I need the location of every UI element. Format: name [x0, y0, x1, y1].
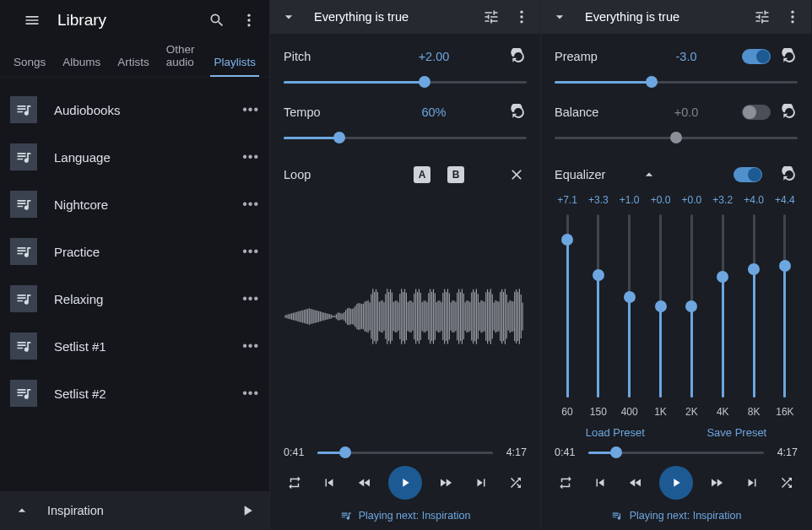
eq-band[interactable] [648, 214, 674, 398]
equalizer-toggle[interactable] [734, 167, 762, 182]
repeat-icon[interactable] [555, 472, 577, 494]
fast-forward-icon[interactable] [706, 472, 728, 494]
playlist-item[interactable]: Audiobooks ••• [0, 86, 269, 133]
playlist-icon [10, 143, 37, 170]
progress-slider[interactable] [317, 446, 493, 459]
rewind-icon[interactable] [625, 472, 647, 494]
pitch-slider[interactable] [284, 69, 527, 95]
preamp-label: Preamp [555, 50, 631, 63]
progress-slider[interactable] [588, 446, 764, 459]
reset-icon[interactable] [779, 102, 798, 122]
skip-previous-icon[interactable] [589, 472, 611, 494]
close-icon[interactable] [506, 165, 527, 185]
eq-gain: +7.1 [555, 194, 580, 206]
balance-control: Balance +0.0 [555, 100, 798, 125]
loop-b-button[interactable]: B [447, 166, 464, 183]
balance-slider[interactable] [555, 125, 798, 150]
shuffle-icon[interactable] [505, 472, 527, 494]
chevron-up-icon[interactable] [639, 165, 659, 185]
preamp-toggle[interactable] [742, 49, 771, 64]
balance-value[interactable]: +0.0 [631, 105, 742, 119]
playlist-item[interactable]: Setlist #2 ••• [0, 370, 269, 417]
playlist-icon [10, 238, 37, 265]
eq-band[interactable] [586, 214, 611, 398]
reset-icon[interactable] [779, 165, 798, 185]
eq-band[interactable] [679, 214, 704, 398]
tune-icon[interactable] [752, 7, 772, 27]
tempo-value[interactable]: 60% [360, 105, 508, 119]
menu-icon[interactable] [22, 10, 42, 30]
time-current: 0:41 [555, 446, 580, 458]
more-horiz-icon[interactable]: ••• [242, 291, 259, 306]
reset-icon[interactable] [508, 46, 527, 67]
skip-next-icon[interactable] [741, 472, 763, 494]
eq-band[interactable] [741, 214, 766, 398]
eq-band[interactable] [555, 214, 580, 398]
playlist-item[interactable]: Relaxing ••• [0, 275, 269, 322]
playlist-item[interactable]: Nightcore ••• [0, 181, 269, 228]
skip-previous-icon[interactable] [318, 472, 340, 494]
sidebar: Library Songs Albums Artists Other audio… [0, 0, 269, 530]
eq-band[interactable] [710, 214, 735, 398]
library-title: Library [57, 11, 195, 30]
svg-point-2 [247, 24, 250, 26]
preamp-value[interactable]: -3.0 [631, 50, 742, 63]
reset-icon[interactable] [779, 46, 798, 67]
eq-band[interactable] [772, 214, 798, 398]
tune-icon[interactable] [481, 7, 501, 27]
pitch-value[interactable]: +2.00 [360, 50, 508, 63]
tab-playlists[interactable]: Playlists [205, 56, 264, 77]
more-vert-icon[interactable] [512, 7, 532, 27]
play-icon[interactable] [237, 500, 257, 521]
more-horiz-icon[interactable]: ••• [242, 149, 259, 165]
more-vert-icon[interactable] [782, 7, 803, 27]
load-preset-button[interactable]: Load Preset [586, 426, 645, 439]
search-icon[interactable] [207, 10, 227, 30]
pitch-control: Pitch +2.00 [284, 44, 527, 69]
more-horiz-icon[interactable]: ••• [242, 244, 259, 259]
waveform[interactable] [284, 191, 527, 442]
more-horiz-icon[interactable]: ••• [242, 338, 259, 354]
more-horiz-icon[interactable]: ••• [242, 102, 259, 117]
eq-freq: 4K [710, 406, 735, 418]
playlist-item[interactable]: Setlist #1 ••• [0, 322, 269, 370]
play-button[interactable] [388, 466, 422, 500]
shuffle-icon[interactable] [776, 472, 798, 494]
playing-next[interactable]: Playing next: Inspiration [270, 505, 540, 530]
playlist-icon [10, 96, 37, 123]
skip-next-icon[interactable] [470, 472, 492, 494]
play-button[interactable] [659, 466, 693, 500]
more-horiz-icon[interactable]: ••• [242, 197, 259, 212]
tempo-slider[interactable] [284, 125, 527, 150]
eq-gain-values: +7.1 +3.3 +1.0 +0.0 +0.0 +3.2 +4.0 +4.4 [555, 194, 798, 206]
eq-freq-labels: 60 150 400 1K 2K 4K 8K 16K [555, 406, 798, 418]
tab-artists[interactable]: Artists [109, 56, 158, 77]
balance-toggle[interactable] [742, 105, 771, 120]
chevron-down-icon[interactable] [279, 7, 299, 27]
loop-control: Loop A B [284, 159, 527, 191]
tab-songs[interactable]: Songs [5, 56, 54, 77]
panel-header: Everything is true [270, 0, 540, 34]
tempo-control: Tempo 60% [284, 100, 527, 125]
rewind-icon[interactable] [354, 472, 376, 494]
more-vert-icon[interactable] [239, 10, 259, 30]
now-playing-bar[interactable]: Inspiration [0, 491, 269, 530]
eq-band[interactable] [617, 214, 642, 398]
chevron-up-icon[interactable] [12, 500, 32, 521]
preamp-slider[interactable] [555, 69, 798, 95]
playlist-item[interactable]: Language ••• [0, 133, 269, 181]
playlist-item[interactable]: Practice ••• [0, 228, 269, 275]
reset-icon[interactable] [508, 102, 527, 122]
svg-point-0 [247, 14, 250, 17]
tab-other-audio[interactable]: Other audio [158, 43, 206, 77]
playing-next[interactable]: Playing next: Inspiration [541, 505, 811, 530]
svg-point-5 [520, 20, 522, 23]
loop-a-button[interactable]: A [414, 166, 430, 183]
repeat-icon[interactable] [284, 472, 306, 494]
save-preset-button[interactable]: Save Preset [706, 426, 766, 439]
playing-next-label: Playing next: Inspiration [359, 510, 471, 522]
fast-forward-icon[interactable] [435, 472, 457, 494]
chevron-down-icon[interactable] [549, 7, 570, 27]
more-horiz-icon[interactable]: ••• [242, 386, 259, 401]
tab-albums[interactable]: Albums [54, 56, 109, 77]
